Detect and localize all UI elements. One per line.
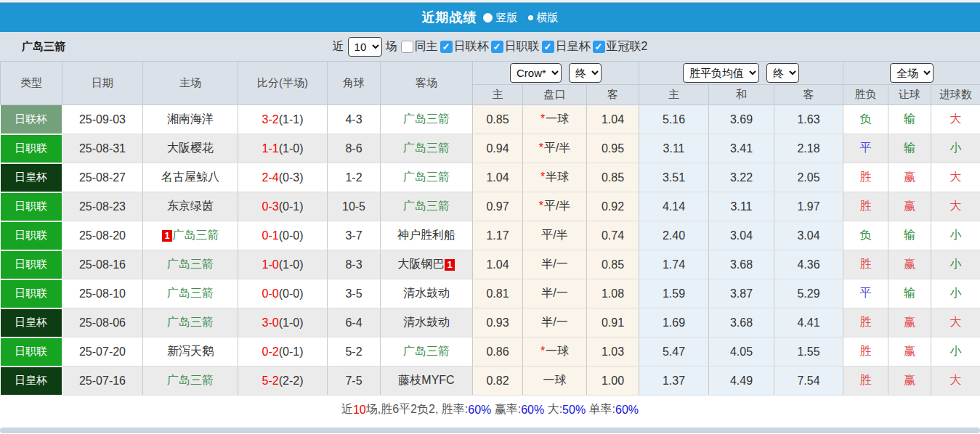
fulltime-score: 0-2 bbox=[262, 345, 279, 358]
checkbox-label: 日皇杯 bbox=[556, 39, 591, 54]
halftime-score: (1-0) bbox=[279, 142, 304, 155]
handicap-result-cell: 输 bbox=[888, 134, 931, 163]
score-cell: 2-4(0-3) bbox=[238, 163, 328, 192]
result-cell: 负 bbox=[843, 105, 888, 134]
summary-segment-10: 60% bbox=[615, 404, 639, 417]
filter-checkbox-2[interactable]: ✓日职联 bbox=[491, 39, 540, 54]
fulltime-score: 5-2 bbox=[262, 374, 279, 387]
summary-segment-8: 50% bbox=[562, 404, 586, 417]
checkbox-checked-icon[interactable]: ✓ bbox=[440, 41, 453, 53]
score-cell: 5-2(2-2) bbox=[238, 367, 328, 396]
home-team-cell: 湘南海洋 bbox=[143, 105, 238, 134]
handicap-cell: *平/半 bbox=[523, 134, 587, 163]
home-odds-cell: 0.93 bbox=[473, 308, 523, 337]
bottom-scrollbar[interactable] bbox=[0, 427, 980, 433]
checkbox-checked-icon[interactable]: ✓ bbox=[491, 41, 503, 53]
table-row: 日职联25-08-23东京绿茵0-3(0-1)10-5广岛三箭0.97*平/半0… bbox=[1, 192, 980, 221]
home-team-cell: 东京绿茵 bbox=[143, 192, 238, 221]
checkbox-checked-icon[interactable]: ✓ bbox=[593, 41, 605, 53]
type-cell: 日职联 bbox=[1, 279, 62, 308]
col-header-corners: 角球 bbox=[328, 62, 381, 105]
recent-label: 近 bbox=[333, 39, 344, 54]
odds-company-select[interactable]: Crow* bbox=[510, 63, 562, 83]
away-odds-cell: 0.92 bbox=[587, 192, 639, 221]
home-team-cell: 名古屋鲸八 bbox=[143, 163, 238, 192]
result-cell: 平 bbox=[843, 134, 888, 163]
goals-result-cell: 小 bbox=[931, 279, 980, 308]
handicap-result-cell: 赢 bbox=[888, 163, 931, 192]
home-odds-cell: 1.17 bbox=[473, 221, 523, 250]
avg-type-select[interactable]: 胜平负均值 bbox=[683, 63, 759, 83]
sub-col-header-0: 主 bbox=[473, 85, 523, 105]
col-header-away: 客场 bbox=[381, 62, 473, 105]
avg-lose-cell: 3.04 bbox=[774, 221, 843, 250]
away-team-name: 广岛三箭 bbox=[403, 345, 450, 357]
avg-odds-header: 胜平负均值 终 bbox=[639, 62, 843, 85]
score-cell: 0-1(0-0) bbox=[238, 221, 328, 250]
handicap-odds-header: Crow* 终 bbox=[473, 62, 639, 85]
checkbox-checked-icon[interactable]: ✓ bbox=[542, 41, 554, 53]
checkbox-label: 日联杯 bbox=[454, 39, 489, 54]
table-row: 日职联25-08-31大阪樱花1-1(1-0)8-6广岛三箭0.94*平/半0.… bbox=[1, 134, 980, 163]
radio-label: 横版 bbox=[537, 11, 559, 25]
away-team-name: 藤枝MYFC bbox=[398, 374, 454, 386]
result-cell: 平 bbox=[843, 279, 888, 308]
scope-select[interactable]: 全场 bbox=[890, 63, 934, 83]
fulltime-score: 0-0 bbox=[262, 287, 279, 300]
filter-checkbox-0[interactable]: 同主 bbox=[401, 39, 438, 54]
corners-cell: 8-6 bbox=[328, 134, 381, 163]
avg-lose-cell: 1.55 bbox=[774, 337, 843, 367]
layout-radio-vertical[interactable]: 竖版 bbox=[483, 11, 518, 25]
type-cell: 日职联 bbox=[1, 134, 62, 163]
table-row: 日职联25-08-10广岛三箭0-0(0-0)3-5清水鼓动0.81半/一1.0… bbox=[1, 279, 980, 308]
date-cell: 25-08-06 bbox=[62, 308, 143, 337]
handicap-star: * bbox=[540, 171, 545, 183]
away-odds-cell: 0.85 bbox=[587, 163, 639, 192]
halftime-score: (0-1) bbox=[279, 345, 304, 358]
result-cell: 胜 bbox=[843, 250, 888, 279]
summary-segment-7: 大: bbox=[544, 402, 562, 417]
filter-checkbox-3[interactable]: ✓日皇杯 bbox=[542, 39, 591, 54]
table-row: 日皇杯25-08-06广岛三箭3-0(1-0)6-4清水鼓动0.93半/一0.9… bbox=[1, 308, 980, 337]
result-cell: 负 bbox=[843, 221, 888, 250]
layout-radio-horizontal[interactable]: 横版 bbox=[528, 11, 559, 25]
handicap-cell: 半/一 bbox=[523, 279, 587, 308]
avg-lose-cell: 2.18 bbox=[774, 134, 843, 163]
handicap-name: 半球 bbox=[546, 171, 569, 183]
type-cell: 日职联 bbox=[1, 250, 62, 279]
away-team-cell: 神户胜利船 bbox=[381, 221, 473, 250]
filter-checkbox-4[interactable]: ✓亚冠联2 bbox=[593, 39, 648, 54]
result-cell: 胜 bbox=[843, 163, 888, 192]
avg-win-cell: 5.16 bbox=[639, 105, 709, 134]
home-odds-cell: 0.81 bbox=[473, 279, 523, 308]
halftime-score: (0-0) bbox=[279, 229, 304, 242]
fulltime-score: 3-0 bbox=[262, 316, 279, 329]
goals-result-cell: 大 bbox=[931, 192, 980, 221]
handicap-name: 半/一 bbox=[541, 316, 567, 328]
fulltime-score: 1-1 bbox=[262, 142, 279, 155]
handicap-name: 平/半 bbox=[544, 142, 570, 154]
avg-win-cell: 1.59 bbox=[639, 279, 709, 308]
scope-header: 全场 bbox=[843, 62, 980, 85]
title-bar: 近期战绩 竖版横版 bbox=[0, 3, 980, 32]
away-team-name: 广岛三箭 bbox=[403, 112, 450, 125]
fulltime-score: 0-1 bbox=[262, 229, 279, 242]
handicap-name: 平/半 bbox=[544, 200, 570, 212]
avg-draw-cell: 3.69 bbox=[709, 105, 774, 134]
avg-win-cell: 5.47 bbox=[639, 337, 709, 367]
away-team-name: 神户胜利船 bbox=[397, 229, 455, 241]
odds-time-select[interactable]: 终 bbox=[569, 63, 602, 83]
avg-time-select[interactable]: 终 bbox=[766, 63, 799, 83]
avg-draw-cell: 3.22 bbox=[709, 163, 774, 192]
avg-draw-cell: 4.05 bbox=[709, 337, 774, 367]
date-cell: 25-08-31 bbox=[62, 134, 143, 163]
handicap-result-cell: 输 bbox=[888, 221, 931, 250]
recent-count-select[interactable]: 10 bbox=[348, 37, 382, 57]
filter-checkbox-1[interactable]: ✓日联杯 bbox=[440, 39, 489, 54]
summary-line: 近10场,胜6平2负2, 胜率:60% 赢率:60% 大:50% 单率:60% bbox=[0, 396, 980, 424]
handicap-name: 一球 bbox=[546, 345, 569, 357]
handicap-cell: 半/一 bbox=[523, 308, 587, 337]
handicap-result-cell: 赢 bbox=[888, 250, 931, 279]
checkbox-unchecked-icon[interactable] bbox=[401, 41, 413, 53]
checkbox-label: 亚冠联2 bbox=[607, 39, 648, 54]
